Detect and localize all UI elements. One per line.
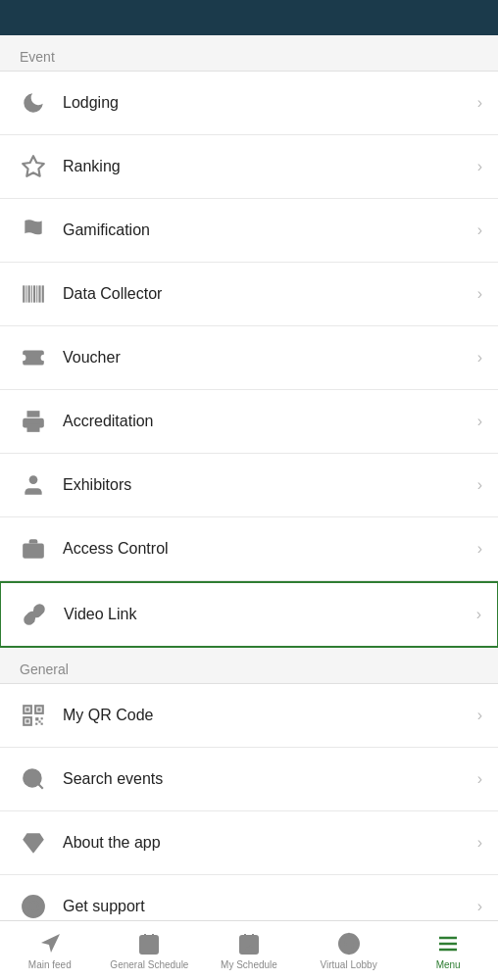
svg-point-10	[29, 475, 38, 484]
svg-rect-0	[23, 285, 25, 302]
menu-lines-icon	[435, 931, 461, 956]
svg-rect-33	[140, 936, 158, 954]
nav-item-general-schedule[interactable]: General Schedule	[100, 927, 200, 970]
svg-rect-21	[41, 717, 43, 719]
menu-item-ranking[interactable]: Ranking›	[0, 135, 498, 199]
menu-item-label-exhibitors: Exhibitors	[63, 476, 470, 494]
nav-label-menu: Menu	[436, 959, 461, 970]
diamond-icon	[16, 825, 51, 860]
chevron-icon-gamification: ›	[477, 221, 482, 239]
svg-rect-20	[35, 717, 38, 720]
chevron-icon-data-collector: ›	[477, 285, 482, 303]
lifebuoy-icon	[16, 889, 51, 920]
svg-rect-4	[33, 285, 35, 302]
menu-item-label-video-link: Video Link	[64, 606, 469, 623]
menu-content: EventLodging›Ranking›Gamification› Data …	[0, 35, 498, 920]
nav-label-my-schedule: My Schedule	[221, 959, 277, 970]
star-icon	[16, 149, 51, 184]
menu-item-label-ranking: Ranking	[63, 158, 470, 175]
nav-label-virtual-lobby: Virtual Lobby	[320, 959, 376, 970]
svg-rect-2	[28, 285, 30, 302]
nav-item-menu[interactable]: Menu	[398, 927, 498, 970]
nav-item-virtual-lobby[interactable]: Virtual Lobby	[299, 927, 399, 970]
menu-list-general: My QR Code›Search events›About the app›G…	[0, 683, 498, 920]
megaphone-icon	[37, 931, 63, 956]
svg-point-25	[24, 769, 40, 786]
menu-item-my-qr-code[interactable]: My QR Code›	[0, 684, 498, 748]
svg-line-26	[38, 784, 43, 789]
search-icon	[16, 761, 51, 797]
svg-rect-6	[38, 285, 40, 302]
svg-rect-19	[25, 719, 28, 722]
menu-item-get-support[interactable]: Get support›	[0, 875, 498, 920]
printer-icon	[16, 404, 51, 439]
moon-icon	[16, 85, 51, 121]
menu-item-video-link[interactable]: Video Link›	[0, 581, 498, 648]
chevron-icon-ranking: ›	[477, 158, 482, 175]
menu-item-access-control[interactable]: Access Control›	[0, 517, 498, 581]
chevron-icon-get-support: ›	[477, 898, 482, 915]
menu-item-label-accreditation: Accreditation	[63, 413, 470, 430]
svg-rect-1	[25, 285, 26, 302]
menu-item-label-my-qr-code: My QR Code	[63, 707, 470, 724]
nav-label-general-schedule: General Schedule	[110, 959, 188, 970]
menu-item-label-lodging: Lodging	[63, 94, 470, 112]
svg-rect-37	[240, 936, 258, 954]
menu-item-label-about-app: About the app	[63, 834, 470, 852]
nav-item-my-schedule[interactable]: My Schedule	[199, 927, 299, 970]
section-label-event: Event	[0, 35, 498, 71]
menu-item-label-voucher: Voucher	[63, 349, 470, 367]
menu-item-accreditation[interactable]: Accreditation›	[0, 390, 498, 454]
svg-rect-8	[27, 411, 40, 417]
menu-item-label-access-control: Access Control	[63, 540, 470, 558]
chevron-icon-lodging: ›	[477, 94, 482, 112]
svg-point-28	[29, 903, 38, 911]
nav-label-main-feed: Main feed	[28, 959, 72, 970]
menu-item-gamification[interactable]: Gamification›	[0, 199, 498, 263]
svg-rect-24	[41, 723, 43, 725]
nav-item-main-feed[interactable]: Main feed	[0, 927, 100, 970]
menu-item-data-collector[interactable]: Data Collector›	[0, 263, 498, 326]
chevron-icon-accreditation: ›	[477, 413, 482, 430]
menu-item-search-events[interactable]: Search events›	[0, 748, 498, 811]
svg-rect-22	[35, 723, 37, 725]
bag-icon	[16, 531, 51, 566]
chevron-icon-my-qr-code: ›	[477, 707, 482, 724]
section-label-general: General	[0, 648, 498, 683]
menu-item-voucher[interactable]: Voucher›	[0, 326, 498, 390]
chevron-icon-voucher: ›	[477, 349, 482, 367]
qr-icon	[16, 698, 51, 733]
svg-rect-5	[36, 285, 37, 302]
menu-list-event: Lodging›Ranking›Gamification› Data Colle…	[0, 71, 498, 648]
calendar-check-icon	[236, 931, 262, 956]
flag-icon	[16, 213, 51, 248]
menu-item-lodging[interactable]: Lodging›	[0, 72, 498, 135]
svg-rect-3	[31, 285, 32, 302]
svg-rect-9	[27, 423, 40, 432]
svg-rect-11	[23, 544, 44, 559]
chevron-icon-video-link: ›	[476, 606, 481, 623]
menu-item-label-data-collector: Data Collector	[63, 285, 470, 303]
chevron-icon-access-control: ›	[477, 540, 482, 558]
menu-item-label-search-events: Search events	[63, 770, 470, 788]
menu-item-label-get-support: Get support	[63, 898, 470, 915]
app-header	[0, 0, 498, 35]
chevron-icon-about-app: ›	[477, 834, 482, 852]
svg-rect-7	[42, 285, 44, 302]
chevron-icon-search-events: ›	[477, 770, 482, 788]
barcode-icon	[16, 276, 51, 312]
svg-rect-15	[25, 708, 28, 710]
menu-item-label-gamification: Gamification	[63, 221, 470, 239]
menu-item-about-app[interactable]: About the app›	[0, 811, 498, 875]
calendar-icon	[136, 931, 162, 956]
person-icon	[16, 467, 51, 503]
svg-rect-23	[38, 720, 40, 722]
globe-icon	[336, 931, 362, 956]
svg-rect-17	[37, 708, 40, 710]
chevron-icon-exhibitors: ›	[477, 476, 482, 494]
link-icon	[17, 597, 52, 632]
ticket-icon	[16, 340, 51, 375]
menu-item-exhibitors[interactable]: Exhibitors›	[0, 454, 498, 517]
bottom-navigation: Main feedGeneral ScheduleMy ScheduleVirt…	[0, 920, 498, 980]
